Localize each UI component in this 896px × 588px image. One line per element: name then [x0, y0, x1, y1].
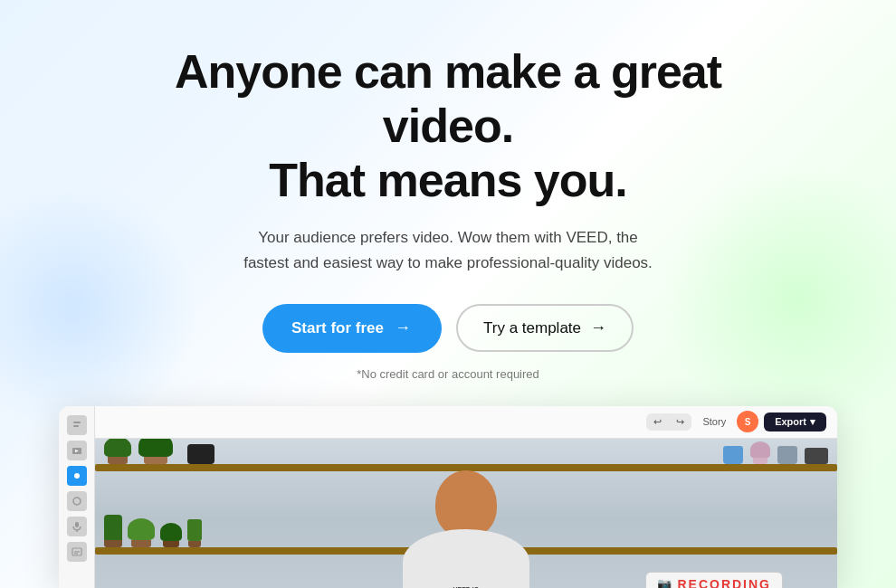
- hero-section: Anyone can make a great video. That mean…: [0, 0, 896, 406]
- recording-badge: 📷 RECORDING: [645, 572, 783, 588]
- export-button[interactable]: Export ▾: [764, 413, 826, 432]
- app-topbar: ↩ ↪ Story S Export ▾: [95, 406, 837, 439]
- app-main: ↩ ↪ Story S Export ▾: [95, 406, 837, 588]
- chevron-down-icon: ▾: [810, 416, 815, 428]
- story-label: Story: [697, 416, 731, 427]
- user-avatar: S: [737, 411, 758, 432]
- toolbar-icon-media[interactable]: [67, 441, 87, 460]
- arrow-right-icon-secondary: →: [590, 318, 606, 337]
- app-video-area: VEED.IO 📷 RECORDING Good day everyone! M…: [95, 439, 837, 588]
- video-scene: VEED.IO 📷 RECORDING Good day everyone! M…: [95, 439, 837, 588]
- redo-button[interactable]: ↪: [669, 413, 691, 431]
- recording-text: RECORDING: [677, 577, 771, 588]
- hero-subtitle: Your audience prefers video. Wow them wi…: [240, 225, 656, 274]
- svg-point-4: [73, 498, 81, 505]
- camera-icon: 📷: [657, 577, 672, 588]
- page-wrapper: Anyone can make a great video. That mean…: [0, 0, 896, 588]
- toolbar-icon-subtitle[interactable]: [67, 542, 87, 562]
- export-label: Export: [775, 416, 806, 427]
- undo-button[interactable]: ↩: [646, 413, 669, 431]
- hero-title: Anyone can make a great video. That mean…: [131, 45, 765, 207]
- app-preview: ↩ ↪ Story S Export ▾: [59, 406, 837, 588]
- cta-secondary-label: Try a template: [483, 319, 581, 337]
- cta-buttons: Start for free → Try a template →: [262, 304, 634, 353]
- topbar-controls: ↩ ↪ Story S Export ▾: [646, 411, 826, 432]
- toolbar-icon-shapes[interactable]: [67, 491, 87, 511]
- toolbar-dot: [74, 473, 80, 479]
- start-for-free-button[interactable]: Start for free →: [262, 304, 442, 353]
- no-credit-card-notice: *No credit card or account required: [357, 367, 539, 381]
- toolbar-icon-record[interactable]: [67, 466, 87, 486]
- toolbar-icon-audio[interactable]: [67, 517, 87, 536]
- svg-rect-5: [75, 522, 79, 527]
- try-template-button[interactable]: Try a template →: [456, 304, 634, 352]
- svg-rect-1: [73, 425, 79, 427]
- cta-primary-label: Start for free: [291, 319, 384, 337]
- video-person: VEED.IO: [376, 475, 557, 588]
- video-placeholder: VEED.IO 📷 RECORDING Good day everyone! M…: [95, 439, 837, 588]
- app-toolbar-left: [59, 406, 95, 588]
- svg-rect-0: [73, 422, 81, 423]
- topbar-undo-redo: ↩ ↪: [646, 413, 691, 431]
- toolbar-icon-text[interactable]: [67, 415, 87, 435]
- arrow-right-icon: →: [393, 318, 413, 338]
